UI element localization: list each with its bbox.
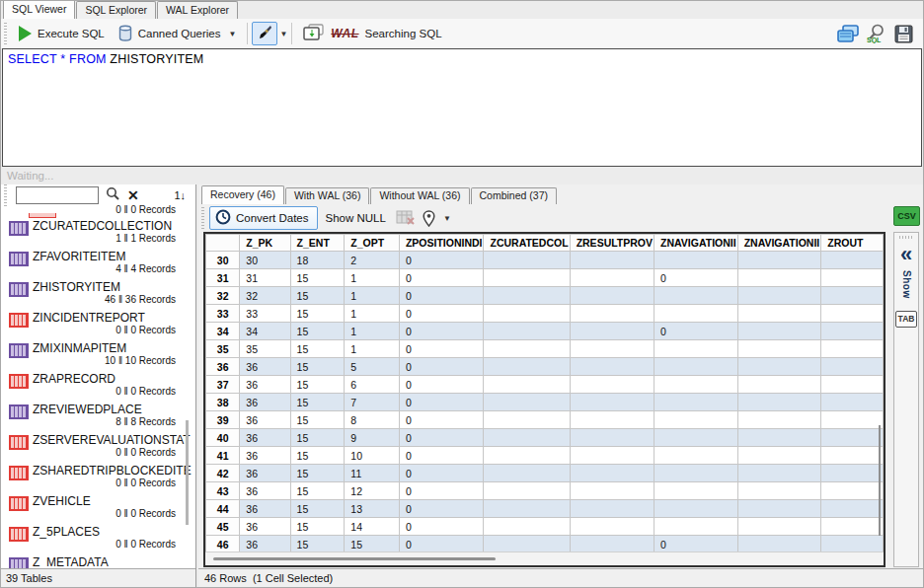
- grid-cell[interactable]: [484, 394, 570, 411]
- grid-row-header[interactable]: 42: [206, 465, 240, 482]
- grid-cell[interactable]: 8: [345, 411, 400, 429]
- grid-cell[interactable]: [821, 482, 884, 500]
- window-tab-1[interactable]: SQL Explorer: [76, 1, 156, 19]
- grid-cell[interactable]: 0: [654, 269, 738, 287]
- grid-cell[interactable]: 36: [240, 465, 290, 482]
- grid-cell[interactable]: [484, 429, 570, 447]
- grid-cell[interactable]: [484, 305, 570, 323]
- grid-cell[interactable]: [821, 447, 884, 465]
- format-sql-button[interactable]: [252, 22, 277, 45]
- grid-row-header[interactable]: 44: [206, 500, 240, 518]
- grid-cell[interactable]: [821, 358, 884, 376]
- grid-cell[interactable]: [570, 358, 654, 376]
- execute-sql-button[interactable]: Execute SQL: [12, 23, 112, 44]
- table-list-item[interactable]: ZSERVEREVALUATIONSTAT0 ‖ 0 Records: [1, 432, 195, 463]
- grid-cell[interactable]: [737, 287, 821, 305]
- grid-cell[interactable]: 0: [399, 465, 484, 482]
- toolbar-grip[interactable]: [4, 23, 7, 44]
- grid-cell[interactable]: [821, 411, 884, 429]
- grid-cell[interactable]: [654, 376, 738, 394]
- grid-cell[interactable]: 15: [290, 536, 345, 553]
- grid-cell[interactable]: [737, 500, 821, 518]
- grid-cell[interactable]: [737, 394, 821, 411]
- grid-cell[interactable]: [737, 376, 821, 394]
- grid-column-header[interactable]: ZNAVIGATIONII: [737, 235, 821, 252]
- grid-row-header[interactable]: 38: [206, 394, 240, 411]
- grid-cell[interactable]: [570, 376, 654, 394]
- grid-cell[interactable]: 10: [345, 447, 400, 465]
- grid-cell[interactable]: [484, 411, 570, 429]
- grid-cell[interactable]: [484, 518, 570, 536]
- csv-export-button[interactable]: CSV: [893, 206, 920, 226]
- grid-cell[interactable]: 15: [290, 429, 345, 447]
- grid-cell[interactable]: [570, 323, 654, 340]
- grid-cell[interactable]: [570, 411, 654, 429]
- pin-chevron-down-icon[interactable]: ▼: [443, 214, 451, 223]
- grid-row-header[interactable]: 34: [206, 323, 240, 340]
- grid-cell[interactable]: 0: [399, 323, 484, 340]
- grid-cell[interactable]: [570, 269, 654, 287]
- grid-cell[interactable]: [654, 500, 738, 518]
- grid-cell[interactable]: [570, 447, 654, 465]
- grid-cell[interactable]: [570, 518, 654, 536]
- grid-row-header[interactable]: 40: [206, 429, 240, 447]
- grid-vertical-scrollbar[interactable]: [879, 425, 881, 536]
- grid-cell[interactable]: [737, 269, 821, 287]
- grid-cell[interactable]: 36: [240, 376, 290, 394]
- grid-row-header[interactable]: 31: [206, 269, 240, 287]
- grid-cell[interactable]: 36: [240, 518, 290, 536]
- grid-cell[interactable]: 15: [290, 323, 345, 340]
- grid-cell[interactable]: [737, 536, 821, 553]
- grid-cell[interactable]: [654, 340, 738, 358]
- grid-column-header[interactable]: Z_OPT: [345, 235, 400, 252]
- grid-cell[interactable]: [654, 411, 738, 429]
- grid-cell[interactable]: [737, 465, 821, 482]
- show-null-button[interactable]: Show NULL: [318, 209, 394, 227]
- results-tab-3[interactable]: Combined (37): [471, 187, 557, 204]
- tab-delimiter-button[interactable]: TAB: [895, 311, 917, 328]
- table-list-item[interactable]: ZREVIEWEDPLACE8 ‖ 8 Records: [1, 402, 195, 432]
- grid-cell[interactable]: [570, 305, 654, 323]
- grid-cell[interactable]: 30: [240, 252, 290, 269]
- grid-cell[interactable]: [821, 429, 884, 447]
- grid-cell[interactable]: [484, 287, 570, 305]
- table-list-item[interactable]: ZVEHICLE0 ‖ 0 Records: [1, 493, 195, 524]
- grid-cell[interactable]: [570, 500, 654, 518]
- table-list-item[interactable]: ZHISTORYITEM46 ‖ 36 Records: [1, 279, 195, 310]
- grid-cell[interactable]: 11: [345, 465, 400, 482]
- grid-cell[interactable]: 36: [240, 447, 290, 465]
- grid-cell[interactable]: 13: [345, 500, 400, 518]
- sql-search-button[interactable]: SQL: [864, 23, 887, 44]
- grid-cell[interactable]: [821, 340, 884, 358]
- grid-row-header[interactable]: 32: [206, 287, 240, 305]
- grid-horizontal-scrollbar[interactable]: [205, 551, 884, 565]
- results-tab-0[interactable]: Recovery (46): [201, 185, 284, 204]
- grid-cell[interactable]: [484, 482, 570, 500]
- grid-cell[interactable]: [737, 252, 821, 269]
- grid-cell[interactable]: 14: [345, 518, 400, 536]
- grid-cell[interactable]: [570, 340, 654, 358]
- grid-column-header[interactable]: ZNAVIGATIONII: [654, 235, 738, 252]
- grid-cell[interactable]: 0: [399, 447, 484, 465]
- grid-cell[interactable]: 35: [240, 340, 290, 358]
- table-list-item[interactable]: ZCURATEDCOLLECTION1 ‖ 1 Records: [1, 218, 195, 249]
- grid-cell[interactable]: 0: [399, 287, 484, 305]
- grid-cell[interactable]: 36: [240, 429, 290, 447]
- grid-cell[interactable]: 15: [290, 411, 345, 429]
- grid-cell[interactable]: [484, 323, 570, 340]
- grid-cell[interactable]: 6: [345, 376, 400, 394]
- grid-cell[interactable]: 36: [240, 536, 290, 553]
- grid-cell[interactable]: 0: [399, 358, 484, 376]
- sql-editor[interactable]: SELECT * FROM ZHISTORYITEM: [2, 48, 922, 167]
- grid-cell[interactable]: 0: [399, 305, 484, 323]
- grid-cell[interactable]: 15: [290, 394, 345, 411]
- grid-cell[interactable]: 15: [290, 465, 345, 482]
- grid-cell[interactable]: [737, 340, 821, 358]
- grid-cell[interactable]: 1: [345, 305, 400, 323]
- grid-cell[interactable]: 1: [345, 269, 400, 287]
- format-chevron-down-icon[interactable]: ▼: [279, 30, 287, 38]
- search-grip[interactable]: [4, 184, 7, 206]
- grid-cell[interactable]: 15: [290, 269, 345, 287]
- grid-cell[interactable]: 7: [345, 394, 400, 411]
- grid-cell[interactable]: [821, 394, 884, 411]
